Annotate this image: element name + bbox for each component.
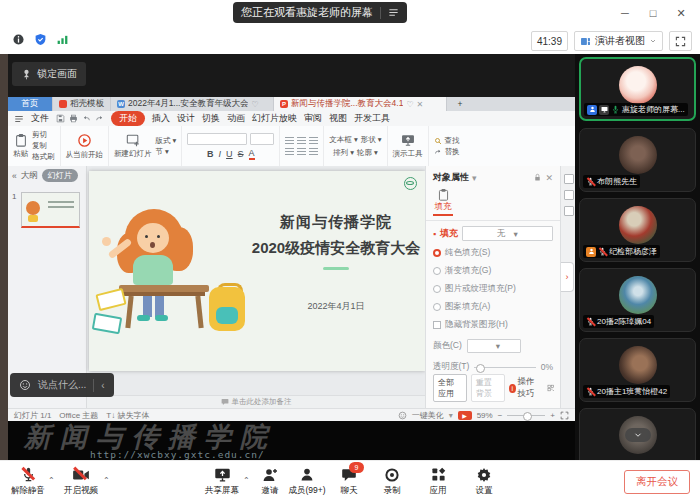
notes-bar[interactable]: 单击此处添加备注 bbox=[87, 395, 425, 408]
apply-all-button[interactable]: 全部应用 bbox=[433, 374, 467, 402]
slideshow-play-button[interactable]: ▶ bbox=[458, 411, 472, 420]
ribbon-tab-view[interactable]: 视图 bbox=[329, 112, 347, 125]
hide-background-checkbox[interactable]: 隐藏背景图形(H) bbox=[433, 319, 553, 331]
color-dropdown[interactable]: ▾ bbox=[467, 339, 521, 353]
align-left-icon[interactable] bbox=[285, 148, 294, 155]
align-right-icon[interactable] bbox=[309, 148, 318, 155]
ribbon-tab-devtools[interactable]: 开发工具 bbox=[354, 112, 390, 125]
layout-button[interactable]: 版式 ▾ bbox=[156, 136, 177, 146]
star-pane-icon[interactable] bbox=[564, 190, 574, 200]
info-icon[interactable] bbox=[12, 33, 25, 46]
participant-tile[interactable]: 纪检部杨彦泽 bbox=[579, 198, 696, 262]
undo-icon[interactable] bbox=[82, 114, 91, 123]
participant-tile[interactable]: 20播2陈琸姵04 bbox=[579, 268, 696, 332]
cut-button[interactable]: 剪切 bbox=[32, 130, 55, 140]
theme-name[interactable]: Office 主题 bbox=[59, 410, 98, 421]
font-family-select[interactable] bbox=[187, 133, 247, 145]
leave-meeting-button[interactable]: 离开会议 bbox=[624, 470, 690, 494]
ribbon-tab-design[interactable]: 设计 bbox=[177, 112, 195, 125]
redo-icon[interactable] bbox=[95, 114, 104, 123]
participant-tile[interactable]: 布朗熊先生 bbox=[579, 128, 696, 192]
indent-icon[interactable] bbox=[309, 137, 318, 144]
new-tab-button[interactable]: + bbox=[447, 97, 473, 111]
tips-link[interactable]: i 操作技巧 bbox=[509, 376, 543, 400]
slide[interactable]: 新闻与传播学院 2020级疫情安全教育大会 2022年4月1日 bbox=[89, 171, 425, 371]
wps-doc-tab[interactable]: W 2022年4月1...安全教育年级大会 ♡ bbox=[111, 97, 274, 111]
ribbon-tab-animation[interactable]: 动画 bbox=[227, 112, 245, 125]
arrange-button[interactable]: 排列 ▾ bbox=[333, 148, 354, 158]
close-panel-icon[interactable]: ✕ bbox=[545, 173, 553, 183]
shield-icon[interactable] bbox=[34, 33, 47, 46]
scroll-down-button[interactable] bbox=[625, 428, 651, 442]
ribbon-tab-transition[interactable]: 切换 bbox=[202, 112, 220, 125]
collapse-chat-icon[interactable]: ‹ bbox=[101, 380, 104, 391]
zoom-out-button[interactable]: − bbox=[498, 411, 503, 420]
participant-tile-sharing[interactable]: 惠旋老师的屏幕... bbox=[579, 57, 696, 121]
pin-tab-icon[interactable]: ♡ bbox=[251, 100, 258, 109]
shape-button[interactable]: 形状 ▾ bbox=[361, 135, 382, 145]
layers-pane-icon[interactable] bbox=[564, 206, 574, 216]
maximize-button[interactable]: □ bbox=[642, 3, 664, 23]
banner-menu-icon[interactable] bbox=[388, 7, 399, 18]
underline-button[interactable]: U bbox=[226, 149, 233, 159]
play-from-current-button[interactable]: 从当前开始 bbox=[66, 133, 104, 160]
strike-button[interactable]: S bbox=[238, 149, 244, 159]
reset-background-button[interactable]: 重置背景 bbox=[471, 374, 505, 402]
settings-button[interactable]: 设置 bbox=[458, 466, 510, 497]
qr-icon[interactable] bbox=[547, 383, 554, 393]
textbox-button[interactable]: 文本框 ▾ bbox=[329, 135, 357, 145]
video-options-chevron[interactable]: ⌃ bbox=[103, 476, 110, 485]
wps-active-tab[interactable]: P 新闻与传播学院...教育大会4.1 ♡ ✕ bbox=[274, 97, 447, 111]
missing-font-warning[interactable]: T↓ 缺失字体 bbox=[106, 410, 149, 421]
unmute-button[interactable]: 解除静音 ⌃ bbox=[2, 466, 54, 497]
font-color-button[interactable]: A bbox=[249, 148, 255, 160]
bold-button[interactable]: B bbox=[207, 149, 214, 159]
replace-button[interactable]: 替换 bbox=[434, 147, 460, 157]
slide-thumbnail[interactable] bbox=[21, 192, 80, 228]
close-tab-icon[interactable]: ✕ bbox=[417, 100, 424, 109]
ribbon-tab-start[interactable]: 开始 bbox=[111, 111, 145, 126]
outline-button[interactable]: 轮廓 ▾ bbox=[357, 148, 378, 158]
animation-pane-icon[interactable] bbox=[564, 174, 574, 184]
view-mode-selector[interactable]: 演讲者视图 bbox=[574, 31, 663, 51]
lock-view-button[interactable]: 锁定画面 bbox=[12, 62, 86, 86]
expand-panel-button[interactable]: › bbox=[561, 262, 574, 292]
ribbon-tab-review[interactable]: 审阅 bbox=[304, 112, 322, 125]
fill-option-solid[interactable]: 纯色填充(S) bbox=[433, 247, 553, 259]
section-button[interactable]: 节 ▾ bbox=[156, 147, 177, 157]
minimize-button[interactable]: ─ bbox=[614, 3, 636, 23]
font-size-select[interactable] bbox=[250, 133, 274, 145]
share-screen-button[interactable]: 共享屏幕 ⌃ bbox=[196, 466, 248, 497]
transparency-slider[interactable] bbox=[474, 367, 535, 368]
wps-docer-tab[interactable]: 稻壳模板 bbox=[53, 97, 111, 111]
italic-button[interactable]: I bbox=[219, 149, 222, 159]
find-button[interactable]: 查找 bbox=[434, 136, 460, 146]
hamburger-icon[interactable] bbox=[14, 114, 24, 124]
fill-option-pattern[interactable]: 图案填充(A) bbox=[433, 301, 553, 313]
paste-button[interactable]: 粘贴 bbox=[13, 133, 28, 159]
network-signal-icon[interactable] bbox=[56, 33, 69, 46]
ribbon-tab-insert[interactable]: 插入 bbox=[152, 112, 170, 125]
fill-option-gradient[interactable]: 渐变填充(G) bbox=[433, 265, 553, 277]
align-center-icon[interactable] bbox=[297, 148, 306, 155]
zoom-slider[interactable] bbox=[507, 415, 545, 416]
record-button[interactable]: 录制 bbox=[366, 466, 418, 497]
zoom-in-button[interactable]: + bbox=[550, 411, 555, 420]
new-slide-button[interactable]: 新建幻灯片 bbox=[114, 133, 152, 159]
bullet-list-icon[interactable] bbox=[285, 137, 294, 144]
fullscreen-button[interactable] bbox=[669, 31, 692, 51]
file-menu[interactable]: 文件 bbox=[31, 112, 49, 125]
collapse-panel-button[interactable]: « bbox=[12, 171, 17, 181]
fill-type-dropdown[interactable]: 无▾ bbox=[462, 226, 553, 241]
ribbon-tab-slideshow[interactable]: 幻灯片放映 bbox=[252, 112, 297, 125]
apps-button[interactable]: 应用 bbox=[412, 466, 464, 497]
participant-tile[interactable]: 20播主1班黄怡橙42 bbox=[579, 338, 696, 402]
number-list-icon[interactable] bbox=[297, 137, 306, 144]
mic-options-chevron[interactable]: ⌃ bbox=[48, 476, 55, 485]
beautify-button[interactable]: 一键美化 bbox=[412, 410, 444, 421]
fill-option-picture[interactable]: 图片或纹理填充(P) bbox=[433, 283, 553, 295]
present-tools-button[interactable]: 演示工具 bbox=[393, 133, 423, 159]
format-painter-button[interactable]: 格式刷 bbox=[32, 152, 55, 162]
start-video-button[interactable]: 开启视频 ⌃ bbox=[55, 466, 107, 497]
emoji-icon[interactable] bbox=[19, 379, 31, 391]
